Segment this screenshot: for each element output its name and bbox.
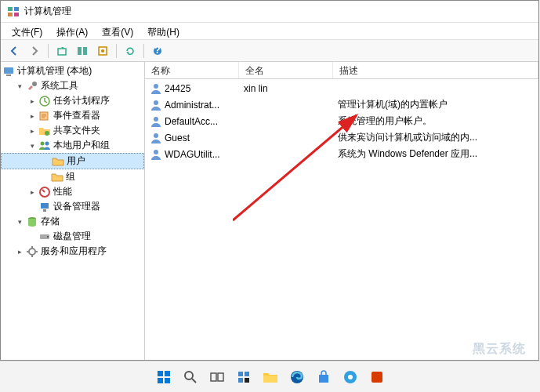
toolbar-export-button[interactable] [94,42,111,60]
tree-system-tools[interactable]: ▾ 系统工具 [1,78,144,93]
user-icon [150,115,162,128]
cell-name: WDAGUtilit... [145,147,239,162]
svg-rect-39 [218,373,223,381]
tree-label: 性能 [53,185,72,198]
cell-fullname [239,121,333,122]
list-row[interactable]: WDAGUtilit...系统为 Windows Defender 应用... [145,146,538,162]
svg-rect-4 [58,49,66,55]
tree-pane[interactable]: 计算机管理 (本地) ▾ 系统工具 ▸ 任务计划程序 ▸ 事件查看器 ▸ 共享文… [1,62,145,360]
user-icon [150,99,162,111]
svg-rect-43 [245,378,249,383]
app-window: 计算机管理 文件(F) 操作(A) 查看(V) 帮助(H) ? 计算机管理 (本… [0,0,539,361]
svg-point-47 [348,375,353,379]
svg-line-37 [192,379,196,383]
svg-point-27 [154,100,158,105]
taskbar-explorer-icon[interactable] [259,366,281,388]
toolbar-refresh-button[interactable] [121,42,139,60]
tree-label: 用户 [67,154,85,168]
list-pane: 名称 全名 描述 24425xin linAdministrat...管理计算机… [145,62,538,360]
cell-name: Guest [145,131,239,145]
taskbar [0,361,540,392]
svg-point-18 [45,141,49,145]
taskbar-edge-icon[interactable] [286,366,308,388]
menu-action[interactable]: 操作(A) [50,24,94,38]
toolbar-help-button[interactable]: ? [149,42,166,60]
title-bar: 计算机管理 [1,1,538,23]
cell-name: Administrat... [145,98,239,112]
column-header-name[interactable]: 名称 [145,62,239,78]
expander-icon[interactable]: ▸ [27,96,37,106]
tree-label: 组 [66,170,75,183]
tree-event-viewer[interactable]: ▸ 事件查看器 [1,108,144,123]
tree-groups[interactable]: 组 [1,169,144,184]
menu-view[interactable]: 查看(V) [96,24,140,38]
list-row[interactable]: DefaultAcc...系统管理的用户帐户。 [145,113,538,129]
taskbar-taskview-icon[interactable] [206,366,228,388]
toolbar-up-button[interactable] [53,42,71,60]
content-area: 计算机管理 (本地) ▾ 系统工具 ▸ 任务计划程序 ▸ 事件查看器 ▸ 共享文… [1,62,538,360]
svg-point-24 [47,236,49,238]
expander-icon[interactable]: ▸ [27,187,37,197]
tree-local-users-groups[interactable]: ▾ 本地用户和组 [1,138,144,153]
list-row[interactable]: Administrat...管理计算机(域)的内置帐户 [145,96,538,113]
svg-rect-12 [6,74,11,76]
expander-icon[interactable]: ▸ [27,111,37,121]
expander-icon[interactable]: ▾ [15,217,24,227]
toolbar-forward-button[interactable] [26,42,43,60]
taskbar-widgets-icon[interactable] [233,366,255,388]
svg-rect-41 [245,372,249,376]
user-icon [150,82,162,95]
app-icon [7,5,20,18]
taskbar-store-icon[interactable] [313,366,335,388]
tree-users[interactable]: 用户 [1,153,144,169]
cell-fullname: xin lin [239,82,333,95]
column-header-description[interactable]: 描述 [333,62,538,78]
svg-rect-48 [371,372,382,383]
tree-label: 服务和应用程序 [41,245,107,258]
toolbar-back-button[interactable] [5,42,23,60]
tree-label: 事件查看器 [53,109,100,122]
tools-icon [26,80,38,93]
expander-icon[interactable]: ▾ [27,141,37,151]
svg-rect-38 [211,373,216,381]
svg-rect-6 [83,47,87,55]
menu-help[interactable]: 帮助(H) [141,24,186,38]
menu-file[interactable]: 文件(F) [5,24,49,38]
tree-root[interactable]: 计算机管理 (本地) [1,64,144,78]
user-icon [150,132,162,144]
expander-icon[interactable]: ▸ [27,126,37,136]
tree-shared-folders[interactable]: ▸ 共享文件夹 [1,123,144,138]
tree-disk-management[interactable]: 磁盘管理 [1,229,144,244]
expander-spacer [40,172,49,182]
svg-rect-2 [8,13,13,16]
svg-point-17 [41,141,45,145]
list-row[interactable]: 24425xin lin [145,81,538,96]
cell-fullname [239,104,333,106]
toolbar-show-hide-button[interactable] [74,42,91,60]
expander-spacer [41,157,50,166]
tree-storage[interactable]: ▾ 存储 [1,214,144,229]
expander-icon[interactable]: ▸ [15,247,24,256]
column-header-fullname[interactable]: 全名 [239,62,333,78]
disk-icon [38,230,51,243]
list-row[interactable]: Guest供来宾访问计算机或访问域的内... [145,129,538,146]
menu-bar: 文件(F) 操作(A) 查看(V) 帮助(H) [1,23,538,40]
svg-rect-1 [14,7,19,11]
tree-device-manager[interactable]: 设备管理器 [1,199,144,214]
tree-services-apps[interactable]: ▸ 服务和应用程序 [1,244,144,259]
taskbar-start-button[interactable] [153,366,175,388]
svg-rect-3 [14,13,19,16]
list-header: 名称 全名 描述 [145,62,538,79]
svg-rect-40 [238,372,243,376]
tree-performance[interactable]: ▸ 性能 [1,184,144,199]
taskbar-search-icon[interactable] [179,366,201,388]
svg-rect-35 [165,378,170,383]
tree-task-scheduler[interactable]: ▸ 任务计划程序 [1,93,144,108]
taskbar-app-icon[interactable] [366,366,388,388]
expander-icon[interactable]: ▾ [15,82,24,91]
svg-rect-32 [158,371,163,376]
cell-name: DefaultAcc... [145,114,239,129]
cell-fullname [239,137,333,139]
cell-description: 系统为 Windows Defender 应用... [333,147,538,162]
taskbar-settings-icon[interactable] [339,366,361,388]
